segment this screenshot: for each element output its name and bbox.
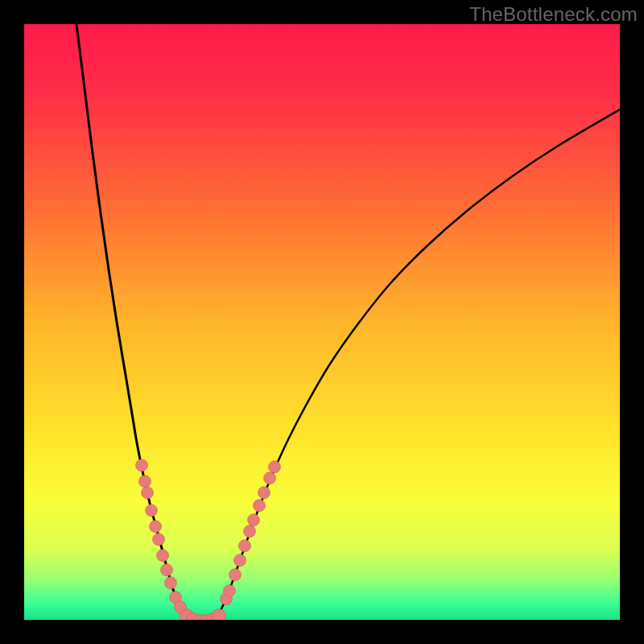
bottleneck-chart	[24, 24, 620, 620]
data-dot	[213, 609, 226, 621]
data-dot	[165, 577, 177, 589]
data-dot	[224, 585, 236, 597]
data-dot	[258, 487, 270, 499]
data-dot	[142, 487, 154, 499]
data-dot	[157, 550, 169, 562]
data-dot	[239, 540, 251, 552]
data-dot	[254, 500, 266, 512]
data-dot	[139, 476, 151, 488]
watermark-text: TheBottleneck.com	[469, 3, 638, 26]
data-dot	[248, 514, 260, 526]
data-dot	[146, 505, 158, 517]
data-dot	[136, 460, 148, 472]
data-dot	[264, 473, 276, 485]
data-dot	[269, 461, 281, 473]
data-dot	[150, 521, 162, 533]
data-dot	[244, 526, 256, 538]
data-dot	[161, 564, 173, 576]
data-dot	[153, 534, 165, 546]
gradient-background	[24, 24, 620, 620]
data-dot	[234, 555, 246, 567]
plot-frame	[24, 24, 620, 620]
data-dot	[229, 569, 242, 581]
